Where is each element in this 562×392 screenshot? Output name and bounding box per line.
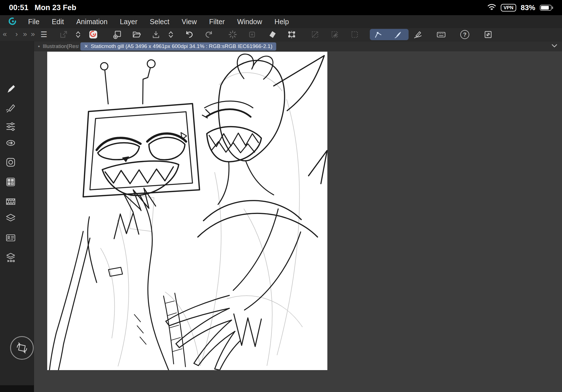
- decoration-pen-icon[interactable]: [4, 101, 17, 114]
- export-icon[interactable]: [150, 29, 162, 40]
- auto-action-icon[interactable]: [4, 136, 17, 150]
- sub-tool-icon[interactable]: [4, 156, 17, 169]
- tab-illustration[interactable]: Illustration[Rest: [43, 43, 79, 49]
- stroke-tool-icon[interactable]: [412, 29, 424, 40]
- brush-tool-icon[interactable]: [392, 29, 404, 40]
- main-menu-button[interactable]: ☰: [38, 29, 50, 40]
- timeline-icon[interactable]: [4, 195, 17, 208]
- sidebar-footer: [0, 385, 34, 392]
- battery-percent: 83%: [521, 3, 535, 12]
- status-bar: 00:51 Mon 23 Feb VPN 83%: [0, 0, 562, 15]
- color-set-icon[interactable]: [4, 175, 17, 189]
- drawing-canvas[interactable]: [47, 52, 327, 370]
- wifi-icon: [487, 4, 496, 12]
- collapse-expand-icon-2[interactable]: [165, 29, 177, 40]
- nav-forward-icon[interactable]: »: [21, 30, 29, 38]
- export-layers-icon[interactable]: [4, 251, 17, 264]
- edge-keyboard-icon[interactable]: [435, 29, 447, 40]
- menu-edit[interactable]: Edit: [52, 18, 64, 26]
- menu-bar: File Edit Animation Layer Select View Fi…: [0, 15, 562, 28]
- snap-icon[interactable]: [246, 29, 258, 40]
- rotate-canvas-button[interactable]: [10, 336, 34, 360]
- pen-tool-icon[interactable]: [4, 82, 17, 96]
- tab-modified-dot: •: [38, 43, 40, 50]
- selection-subtract-icon[interactable]: [348, 29, 361, 40]
- icon-toolbar: « › » » ☰: [0, 28, 562, 41]
- processing-indicator-icon: [226, 29, 239, 40]
- fullscreen-icon[interactable]: [482, 29, 494, 40]
- close-tab-icon[interactable]: ×: [84, 44, 88, 49]
- clip-studio-open-icon[interactable]: [87, 29, 99, 40]
- selection-add-icon[interactable]: [328, 29, 341, 40]
- help-button[interactable]: ?: [459, 29, 471, 40]
- selector-tool-icon[interactable]: [372, 29, 384, 40]
- open-file-icon[interactable]: [130, 29, 143, 40]
- tab-list-chevron-down-icon[interactable]: [551, 44, 558, 49]
- menu-filter[interactable]: Filter: [209, 18, 225, 26]
- selection-new-icon[interactable]: [309, 29, 321, 40]
- tool-property-icon[interactable]: [4, 120, 17, 133]
- menu-window[interactable]: Window: [237, 18, 262, 26]
- layer-property-icon[interactable]: [4, 231, 17, 245]
- clip-studio-logo-icon[interactable]: [7, 16, 18, 27]
- battery-icon: [540, 5, 553, 11]
- redo-icon[interactable]: [203, 29, 215, 40]
- menu-help[interactable]: Help: [275, 18, 289, 26]
- collapse-left-icon[interactable]: «: [1, 30, 8, 38]
- eraser-icon[interactable]: [266, 29, 278, 40]
- menu-animation[interactable]: Animation: [76, 18, 107, 26]
- clock: 00:51: [9, 3, 28, 12]
- menu-view[interactable]: View: [182, 18, 197, 26]
- new-canvas-icon[interactable]: [111, 29, 124, 40]
- menu-file[interactable]: File: [28, 18, 39, 26]
- nav-next-icon[interactable]: ›: [13, 30, 20, 38]
- document-tab-bar: • Illustration[Rest × Staticmoth gill (A…: [34, 41, 562, 51]
- tab-active-document[interactable]: × Staticmoth gill (A5 3496 x 4961px 600d…: [80, 42, 276, 51]
- layer-icon[interactable]: [4, 211, 17, 225]
- undo-icon[interactable]: [183, 29, 195, 40]
- canvas-artwork: [47, 52, 327, 370]
- date: Mon 23 Feb: [35, 3, 76, 12]
- collapse-expand-icon[interactable]: [72, 29, 84, 40]
- menu-select[interactable]: Select: [150, 18, 169, 26]
- menu-layer[interactable]: Layer: [120, 18, 138, 26]
- active-tab-label: Staticmoth gill (A5 3496 x 4961px 600dpi…: [91, 43, 272, 49]
- open-external-icon[interactable]: [57, 29, 70, 40]
- transform-frame-icon[interactable]: [285, 29, 298, 40]
- vpn-badge: VPN: [501, 4, 516, 12]
- expand-right-icon[interactable]: »: [29, 30, 37, 38]
